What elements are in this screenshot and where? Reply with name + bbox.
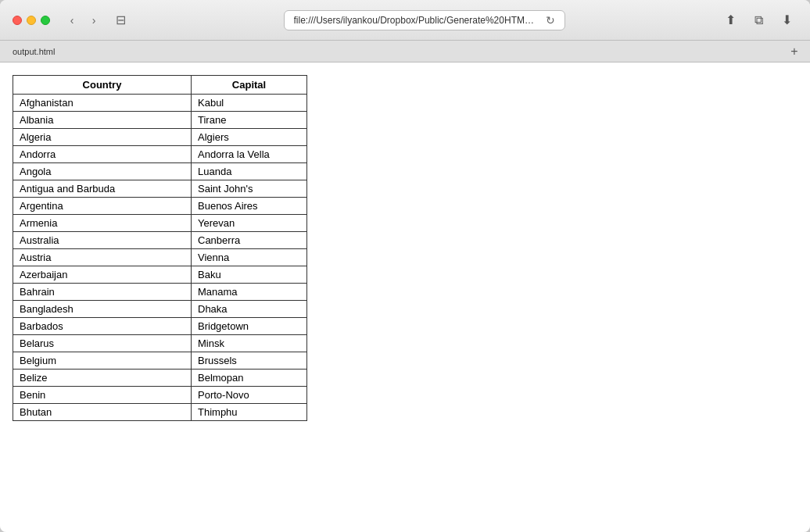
capital-cell: Vienna	[192, 249, 307, 266]
traffic-lights	[13, 16, 50, 25]
forward-button[interactable]: ›	[84, 11, 103, 30]
capital-cell: Dhaka	[192, 301, 307, 318]
country-cell: Argentina	[13, 198, 192, 215]
country-cell: Antigua and Barbuda	[13, 180, 192, 198]
country-cell: Benin	[13, 387, 192, 404]
country-cell: Afghanistan	[13, 95, 192, 112]
reload-button[interactable]: ↻	[546, 14, 555, 27]
address-bar[interactable]: file:///Users/ilyankou/Dropbox/Public/Ge…	[284, 10, 565, 30]
country-cell: Belgium	[13, 352, 192, 370]
browser-content: Country Capital AfghanistanKabulAlbaniaT…	[0, 62, 810, 532]
table-row: BelizeBelmopan	[13, 370, 307, 387]
table-row: BahrainManama	[13, 284, 307, 301]
country-cell: Bhutan	[13, 404, 192, 421]
capital-cell: Canberra	[192, 232, 307, 249]
url-text: file:///Users/ilyankou/Dropbox/Public/Ge…	[294, 15, 539, 26]
table-row: BelgiumBrussels	[13, 352, 307, 370]
capital-cell: Belmopan	[192, 370, 307, 387]
capital-cell: Brussels	[192, 352, 307, 370]
capital-cell: Algiers	[192, 129, 307, 146]
capital-cell: Baku	[192, 266, 307, 284]
nav-buttons: ‹ ›	[63, 11, 103, 30]
country-cell: Azerbaijan	[13, 266, 192, 284]
table-row: AustraliaCanberra	[13, 232, 307, 249]
address-bar-container: file:///Users/ilyankou/Dropbox/Public/Ge…	[138, 10, 710, 30]
duplicate-button[interactable]: ⧉	[747, 9, 769, 31]
back-button[interactable]: ‹	[63, 11, 81, 30]
country-cell: Andorra	[13, 146, 192, 163]
table-row: BelarusMinsk	[13, 335, 307, 352]
title-bar: ‹ › ⊟ file:///Users/ilyankou/Dropbox/Pub…	[0, 0, 810, 41]
download-button[interactable]: ⬇	[776, 9, 797, 31]
table-row: AfghanistanKabul	[13, 95, 307, 112]
capital-cell: Tirane	[192, 112, 307, 129]
column-header-country: Country	[13, 76, 192, 95]
table-row: ArmeniaYerevan	[13, 215, 307, 232]
country-cell: Belize	[13, 370, 192, 387]
toolbar-actions: ⬆ ⧉ ⬇	[719, 9, 797, 31]
capital-cell: Thimphu	[192, 404, 307, 421]
new-tab-button[interactable]: +	[785, 42, 804, 61]
table-header-row: Country Capital	[13, 76, 307, 95]
tab-bar: output.html +	[0, 41, 810, 62]
capital-cell: Yerevan	[192, 215, 307, 232]
table-row: AlbaniaTirane	[13, 112, 307, 129]
table-row: BarbadosBridgetown	[13, 318, 307, 335]
capital-cell: Kabul	[192, 95, 307, 112]
country-cell: Algeria	[13, 129, 192, 146]
country-cell: Albania	[13, 112, 192, 129]
country-cell: Barbados	[13, 318, 192, 335]
minimize-button[interactable]	[27, 16, 36, 25]
country-cell: Australia	[13, 232, 192, 249]
table-row: AndorraAndorra la Vella	[13, 146, 307, 163]
table-row: BangladeshDhaka	[13, 301, 307, 318]
table-row: AustriaVienna	[13, 249, 307, 266]
sidebar-toggle-button[interactable]: ⊟	[113, 9, 129, 30]
table-row: AngolaLuanda	[13, 163, 307, 180]
capital-cell: Minsk	[192, 335, 307, 352]
table-row: ArgentinaBuenos Aires	[13, 198, 307, 215]
share-button[interactable]: ⬆	[719, 9, 741, 31]
capital-cell: Bridgetown	[192, 318, 307, 335]
capital-cell: Andorra la Vella	[192, 146, 307, 163]
browser-window: ‹ › ⊟ file:///Users/ilyankou/Dropbox/Pub…	[0, 0, 810, 532]
table-body: AfghanistanKabulAlbaniaTiraneAlgeriaAlgi…	[13, 95, 307, 421]
tab-label[interactable]: output.html	[6, 47, 61, 56]
capital-cell: Manama	[192, 284, 307, 301]
country-cell: Angola	[13, 163, 192, 180]
table-row: BeninPorto-Novo	[13, 387, 307, 404]
capital-cell: Buenos Aires	[192, 198, 307, 215]
capital-cell: Saint John's	[192, 180, 307, 198]
table-row: BhutanThimphu	[13, 404, 307, 421]
table-row: AlgeriaAlgiers	[13, 129, 307, 146]
country-cell: Armenia	[13, 215, 192, 232]
capital-cell: Porto-Novo	[192, 387, 307, 404]
maximize-button[interactable]	[41, 16, 50, 25]
column-header-capital: Capital	[192, 76, 307, 95]
table-row: AzerbaijanBaku	[13, 266, 307, 284]
capital-cell: Luanda	[192, 163, 307, 180]
countries-table: Country Capital AfghanistanKabulAlbaniaT…	[13, 75, 307, 421]
close-button[interactable]	[13, 16, 22, 25]
country-cell: Austria	[13, 249, 192, 266]
country-cell: Bangladesh	[13, 301, 192, 318]
country-cell: Belarus	[13, 335, 192, 352]
country-cell: Bahrain	[13, 284, 192, 301]
table-row: Antigua and BarbudaSaint John's	[13, 180, 307, 198]
